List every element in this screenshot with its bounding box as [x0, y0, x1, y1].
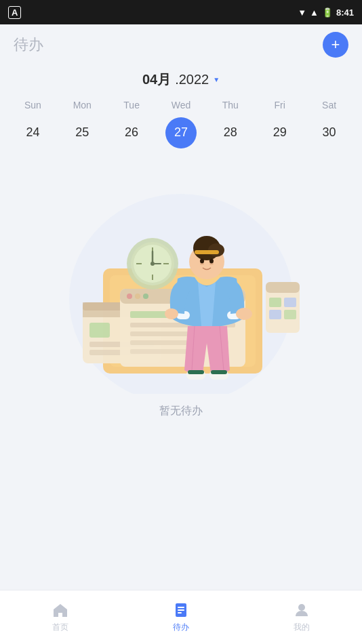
bottom-nav: 首页 待办 我的	[0, 590, 362, 644]
todo-icon	[172, 601, 190, 619]
svg-point-18	[135, 294, 140, 299]
svg-rect-10	[266, 282, 300, 293]
weekday-fri: Fri	[255, 97, 304, 113]
day-26[interactable]: 26	[107, 119, 157, 146]
weekday-sat: Sat	[304, 97, 354, 113]
calendar-weekdays: Sun Mon Tue Wed Thu Fri Sat	[8, 97, 354, 113]
svg-rect-54	[178, 612, 182, 613]
day-29[interactable]: 29	[255, 119, 304, 146]
profile-icon	[293, 601, 310, 619]
calendar-month-header[interactable]: 04月 .2022 ▼	[8, 65, 354, 97]
status-bar: A ▼ ▲ 🔋 8:41	[0, 0, 362, 24]
page-title: 待办	[14, 35, 43, 55]
svg-point-34	[150, 262, 155, 266]
svg-rect-13	[269, 310, 281, 319]
svg-point-17	[127, 294, 132, 299]
time-display: 8:41	[336, 7, 354, 18]
svg-rect-38	[195, 250, 219, 254]
day-30[interactable]: 30	[304, 119, 354, 146]
nav-todo[interactable]: 待办	[121, 601, 241, 633]
calendar-dropdown-icon[interactable]: ▼	[213, 76, 220, 83]
svg-point-19	[143, 294, 148, 299]
nav-home-label: 首页	[52, 622, 68, 633]
home-icon	[52, 601, 69, 619]
weekday-mon: Mon	[58, 97, 107, 113]
svg-point-45	[236, 308, 252, 320]
month-label: 04月	[142, 71, 171, 89]
svg-point-55	[298, 604, 305, 611]
weekday-thu: Thu	[205, 97, 255, 113]
svg-rect-14	[284, 310, 296, 319]
day-25[interactable]: 25	[58, 119, 107, 146]
svg-point-41	[200, 259, 204, 264]
svg-rect-20	[130, 311, 171, 318]
day-27[interactable]: 27	[157, 119, 206, 146]
calendar-section: 04月 .2022 ▼ Sun Mon Tue Wed Thu Fri Sat …	[0, 65, 362, 146]
day-28[interactable]: 28	[205, 119, 255, 146]
weekday-sun: Sun	[8, 97, 58, 113]
svg-rect-6	[89, 323, 110, 338]
svg-rect-53	[178, 609, 184, 611]
weekday-tue: Tue	[107, 97, 157, 113]
svg-rect-12	[284, 298, 296, 307]
day-24[interactable]: 24	[8, 119, 58, 146]
illustration-area	[0, 153, 362, 397]
svg-rect-49	[188, 370, 204, 374]
year-label: .2022	[175, 72, 209, 87]
svg-rect-11	[269, 298, 281, 307]
svg-rect-52	[178, 607, 184, 608]
weekday-wed: Wed	[157, 97, 206, 113]
status-left: A	[8, 6, 21, 19]
app-header: 待办 +	[0, 24, 362, 65]
nav-todo-label: 待办	[173, 622, 189, 633]
svg-rect-50	[211, 370, 227, 374]
wifi-icon: ▼	[298, 7, 306, 18]
svg-point-42	[209, 259, 214, 264]
empty-state-text: 暂无待办	[0, 397, 362, 432]
illustration-svg	[52, 163, 310, 394]
nav-profile-label: 我的	[294, 622, 310, 633]
nav-home[interactable]: 首页	[0, 601, 121, 633]
nav-profile[interactable]: 我的	[241, 601, 362, 633]
add-button[interactable]: +	[323, 32, 348, 58]
battery-icon: 🔋	[322, 7, 333, 18]
app-id: A	[8, 6, 21, 19]
calendar-days: 24 25 26 27 28 29 30	[8, 119, 354, 146]
svg-point-46	[165, 308, 178, 319]
status-right: ▼ ▲ 🔋 8:41	[298, 7, 354, 18]
signal-icon: ▲	[310, 7, 319, 18]
